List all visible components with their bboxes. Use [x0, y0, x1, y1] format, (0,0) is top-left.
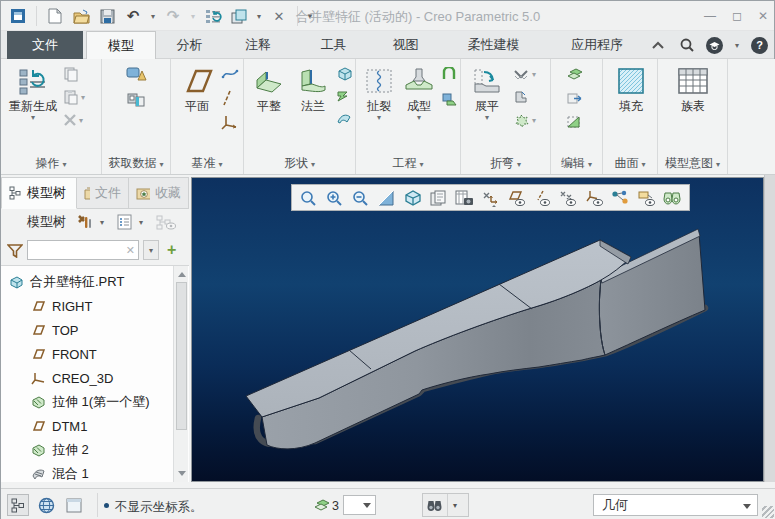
- windows-menu-caret[interactable]: ▾: [254, 12, 264, 21]
- datum-curve-icon[interactable]: [221, 67, 239, 81]
- zoom-out-icon[interactable]: [349, 187, 371, 209]
- family-table-button[interactable]: 族表: [666, 63, 720, 113]
- extrude-icon[interactable]: [336, 66, 353, 82]
- display-style-icon[interactable]: [401, 187, 423, 209]
- zoom-in-icon[interactable]: [323, 187, 345, 209]
- minimize-button[interactable]: —: [704, 9, 716, 23]
- scroll-up-icon[interactable]: [178, 272, 186, 277]
- toggle-navigator-icon[interactable]: [7, 494, 29, 516]
- tree-row-extrude1[interactable]: 拉伸 1(第一个壁): [1, 390, 169, 414]
- convert-icon[interactable]: [566, 115, 582, 129]
- tab-file[interactable]: 文件: [7, 31, 83, 59]
- copy-icon[interactable]: [63, 66, 79, 82]
- right-panel-strip[interactable]: [764, 175, 775, 482]
- tree-row-extrude2[interactable]: 拉伸 2: [1, 438, 169, 462]
- rip-button[interactable]: 扯裂 ▾: [360, 63, 398, 122]
- filter-dropdown-caret[interactable]: ▾: [143, 240, 159, 260]
- plane-display-icon[interactable]: [505, 187, 527, 209]
- learning-menu-caret[interactable]: ▾: [732, 41, 742, 50]
- close-window-icon[interactable]: ✕: [268, 5, 290, 27]
- tab-analysis[interactable]: 分析: [158, 31, 221, 59]
- point-display-icon[interactable]: [557, 187, 579, 209]
- selection-filter-combo[interactable]: 几何: [593, 494, 758, 516]
- view-manager-icon[interactable]: [661, 187, 683, 209]
- fill-button[interactable]: 填充: [608, 63, 654, 113]
- extend-wall-icon[interactable]: [566, 92, 584, 105]
- tab-view[interactable]: 视图: [373, 31, 438, 59]
- saved-orientations-icon[interactable]: [427, 187, 449, 209]
- tree-row-dtm1[interactable]: DTM1: [1, 414, 169, 438]
- maximize-button[interactable]: ◻: [732, 9, 742, 23]
- tree-settings-caret[interactable]: ▾: [136, 218, 146, 227]
- group-label-bends[interactable]: 折弯: [461, 155, 550, 172]
- group-label-shapes[interactable]: 形状: [244, 155, 355, 172]
- new-file-icon[interactable]: [44, 5, 66, 27]
- selection-buffer-combo[interactable]: [343, 495, 376, 515]
- tree-filter-input[interactable]: [28, 241, 120, 259]
- flat-wall-button[interactable]: 平整: [248, 63, 290, 113]
- annotation-display-icon[interactable]: [609, 187, 631, 209]
- learning-connector-icon[interactable]: [706, 37, 723, 54]
- group-label-model-intent[interactable]: 模型意图: [658, 155, 727, 172]
- bend-back-icon[interactable]: [513, 90, 528, 104]
- group-label-surfaces[interactable]: 曲面: [603, 155, 657, 172]
- tree-tools-icon[interactable]: [76, 214, 93, 231]
- save-icon[interactable]: [96, 5, 118, 27]
- tab-folder-browser[interactable]: 文件: [77, 177, 129, 209]
- tab-applications[interactable]: 应用程序: [548, 31, 646, 59]
- tree-row-front[interactable]: FRONT: [1, 342, 169, 366]
- bend-icon[interactable]: [513, 67, 530, 81]
- regenerate-quick-icon[interactable]: [202, 5, 224, 27]
- spin-center-icon[interactable]: [635, 187, 657, 209]
- swept-blend-icon[interactable]: [336, 111, 352, 125]
- tree-tools-caret[interactable]: ▾: [97, 218, 107, 227]
- datum-display-filters-icon[interactable]: [479, 187, 501, 209]
- datum-plane-button[interactable]: 平面: [175, 63, 219, 113]
- tab-favorites[interactable]: 收藏: [129, 177, 189, 209]
- web-browser-icon[interactable]: [35, 494, 57, 516]
- tree-scrollbar[interactable]: [173, 266, 188, 482]
- refit-icon[interactable]: [297, 187, 319, 209]
- open-file-icon[interactable]: [70, 5, 92, 27]
- scroll-thumb[interactable]: [176, 282, 187, 430]
- repaint-icon[interactable]: [375, 187, 397, 209]
- axis-display-icon[interactable]: [531, 187, 553, 209]
- minimize-ribbon-icon[interactable]: [648, 35, 668, 55]
- notch-icon[interactable]: [441, 92, 458, 107]
- tab-flexible-modeling[interactable]: 柔性建模: [446, 31, 541, 59]
- undo-menu-caret[interactable]: ▾: [148, 12, 158, 21]
- filter-clear-icon[interactable]: ✕: [126, 244, 135, 256]
- tab-model[interactable]: 模型: [86, 31, 156, 59]
- flat-pattern-icon[interactable]: [513, 113, 530, 128]
- tab-tools[interactable]: 工具: [301, 31, 366, 59]
- windows-icon[interactable]: [228, 5, 250, 27]
- find-caret[interactable]: ▾: [448, 501, 462, 510]
- revolve-icon[interactable]: [336, 89, 351, 103]
- udf-icon[interactable]: [126, 64, 148, 84]
- view-images-icon[interactable]: [453, 187, 475, 209]
- flange-wall-button[interactable]: 法兰: [292, 63, 334, 113]
- group-label-get-data[interactable]: 获取数据: [102, 155, 170, 172]
- app-window-icon[interactable]: [7, 5, 29, 27]
- punch-icon[interactable]: [441, 67, 457, 81]
- tree-row-part[interactable]: 合并壁特征.PRT: [1, 270, 169, 294]
- form-button[interactable]: 成型 ▾: [400, 63, 438, 122]
- tree-row-top[interactable]: TOP: [1, 318, 169, 342]
- tree-row-blend[interactable]: 混合 1: [1, 462, 169, 482]
- group-label-operations[interactable]: 操作: [1, 155, 101, 172]
- filter-add-icon[interactable]: +: [167, 241, 176, 259]
- graphics-viewport[interactable]: [191, 177, 764, 482]
- resize-grip[interactable]: [762, 506, 774, 518]
- help-icon[interactable]: ?: [751, 37, 768, 54]
- full-screen-icon[interactable]: [63, 494, 85, 516]
- tree-settings-icon[interactable]: [117, 214, 132, 230]
- scroll-down-icon[interactable]: [178, 471, 186, 476]
- group-label-datum[interactable]: 基准: [171, 155, 243, 172]
- tab-model-tree[interactable]: 模型树: [1, 177, 77, 209]
- paste-icon[interactable]: [63, 89, 79, 105]
- search-icon[interactable]: [677, 35, 697, 55]
- merge-wall-icon[interactable]: [566, 67, 584, 81]
- regenerate-button[interactable]: 重新生成 ▾: [5, 63, 61, 122]
- tree-row-csys[interactable]: CREO_3D: [1, 366, 169, 390]
- copy-geometry-icon[interactable]: [126, 91, 146, 109]
